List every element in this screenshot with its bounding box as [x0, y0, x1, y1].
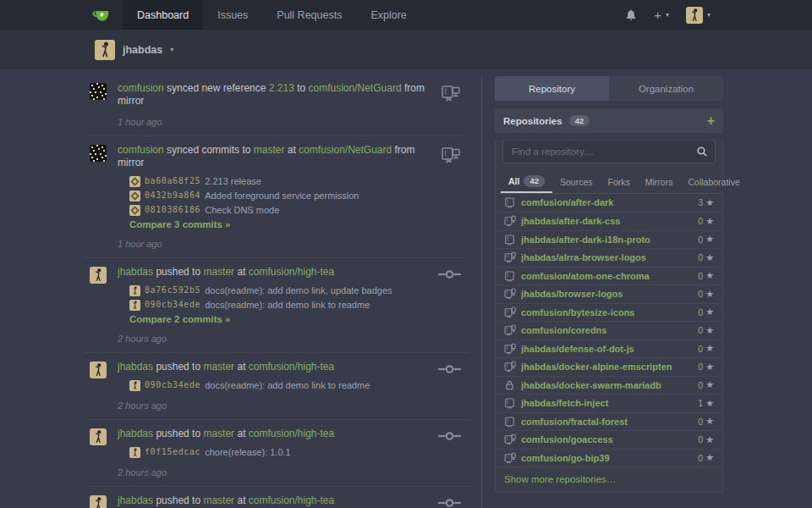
activity-link[interactable]: master — [203, 494, 234, 506]
activity-link[interactable]: jhabdas — [118, 266, 153, 278]
repo-name-link[interactable]: comfusion/atom-one-chroma — [521, 271, 698, 281]
nav-item-issues[interactable]: Issues — [203, 0, 262, 30]
repo-row[interactable]: jhabdas/after-dark-i18n-proto0★ — [496, 230, 722, 249]
repo-row[interactable]: comfusion/bytesize-icons0★ — [496, 303, 722, 322]
activity-link[interactable]: comfusion/NetGuard — [309, 82, 402, 94]
actor-avatar — [90, 495, 107, 508]
repo-name-link[interactable]: jhabdas/docker-alpine-emscripten — [521, 362, 698, 372]
activity-link[interactable]: comfusion/NetGuard — [299, 144, 392, 156]
repo-row[interactable]: jhabdas/browser-logos0★ — [496, 284, 722, 303]
activity-link[interactable]: comfusion/high-tea — [249, 428, 334, 439]
commit-line: 090cb34ededocs(readme): add demo link to… — [129, 299, 441, 311]
show-more-repositories-link[interactable]: Show more repositories… — [496, 467, 722, 492]
star-count: 0 — [698, 344, 703, 354]
repo-search — [502, 140, 716, 163]
activity-link[interactable]: master — [203, 428, 234, 439]
compare-commits-link[interactable]: Compare 3 commits » — [129, 219, 441, 229]
actor-avatar — [90, 362, 107, 378]
navbar-right: + ▾ ▾ — [625, 0, 710, 30]
filter-tab-collaborative[interactable]: Collaborative — [680, 172, 747, 193]
repo-star-count: 0★ — [698, 434, 714, 445]
create-new-menu[interactable]: + ▾ — [654, 8, 669, 21]
repo-row[interactable]: jhabdas/alrra-browser-logos0★ — [496, 248, 722, 267]
commit-sha-link[interactable]: 8a76c592b5 — [145, 284, 200, 296]
activity-link[interactable]: comfusion/high-tea — [249, 494, 334, 506]
repo-row[interactable]: comfusion/fractal-forest0★ — [496, 412, 722, 431]
compare-commits-link[interactable]: Compare 2 commits » — [129, 314, 441, 324]
repo-name-link[interactable]: comfusion/coredns — [521, 325, 698, 335]
repo-name-link[interactable]: comfusion/after-dark — [521, 197, 698, 207]
context-switcher[interactable]: jhabdas ▾ — [0, 30, 812, 69]
repo-row[interactable]: comfusion/coredns0★ — [496, 321, 722, 340]
commit-message: docs(readme): add demo link to readme — [205, 299, 370, 311]
commit-author-avatar — [129, 447, 140, 458]
repo-search-input[interactable] — [502, 140, 716, 163]
clone-icon — [504, 452, 516, 464]
activity-link[interactable]: 2.213 — [269, 82, 294, 94]
repo-name-link[interactable]: jhabdas/alrra-browser-logos — [521, 252, 698, 262]
repo-star-count: 1★ — [698, 398, 714, 409]
star-count: 0 — [698, 271, 703, 281]
commit-sha-link[interactable]: 090cb34ede — [145, 379, 200, 391]
repo-name-link[interactable]: comfusion/bytesize-icons — [521, 307, 698, 318]
tab-repository[interactable]: Repository — [495, 76, 609, 101]
user-menu[interactable]: ▾ — [686, 7, 710, 24]
star-icon: ★ — [705, 306, 714, 318]
commit-sha-link[interactable]: 090cb34ede — [145, 299, 200, 311]
repo-row[interactable]: jhabdas/docker-alpine-emscripten0★ — [496, 357, 722, 376]
commit-sha-link[interactable]: 0432b9a864 — [145, 190, 200, 202]
activity-link[interactable]: master — [203, 361, 234, 373]
repo-star-count: 0★ — [698, 452, 714, 463]
repo-row[interactable]: jhabdas/docker-swarm-mariadb0★ — [496, 376, 722, 395]
repo-name-link[interactable]: jhabdas/after-dark-i18n-proto — [521, 235, 698, 245]
activity-link[interactable]: comfusion/high-tea — [249, 361, 334, 373]
repo-name-link[interactable]: jhabdas/browser-logos — [521, 289, 698, 299]
repo-name-link[interactable]: jhabdas/docker-swarm-mariadb — [521, 380, 698, 390]
filter-tab-all[interactable]: All42 — [501, 170, 552, 193]
activity-text: pushed to — [153, 266, 203, 278]
gitea-logo-icon[interactable] — [91, 0, 111, 30]
repo-name-link[interactable]: jhabdas/fetch-inject — [521, 398, 698, 408]
activity-link[interactable]: jhabdas — [118, 361, 153, 373]
repo-row[interactable]: comfusion/atom-one-chroma0★ — [496, 267, 722, 285]
activity-title: comfusion synced new reference 2.213 to … — [118, 82, 441, 108]
commit-sha-link[interactable]: f0f15edcac — [145, 446, 200, 458]
activity-link[interactable]: master — [254, 144, 285, 156]
notifications-bell-icon[interactable] — [625, 8, 637, 21]
feed-item-body: jhabdas pushed to master at comfusion/hi… — [118, 266, 441, 344]
repo-row[interactable]: comfusion/go-bip390★ — [496, 449, 722, 467]
activity-link[interactable]: jhabdas — [118, 494, 153, 506]
repo-star-count: 0★ — [698, 216, 714, 227]
filter-tab-sources[interactable]: Sources — [552, 172, 601, 193]
star-count: 0 — [698, 325, 703, 335]
filter-tab-mirrors[interactable]: Mirrors — [638, 172, 681, 193]
clone-icon — [504, 324, 516, 336]
new-repository-button[interactable]: + — [707, 114, 715, 128]
repo-name-link[interactable]: jhabdas/defense-of-dot-js — [521, 344, 698, 354]
main-content: comfusion synced new reference 2.213 to … — [0, 69, 812, 508]
commit-sha-link[interactable]: 0810386186 — [145, 204, 200, 216]
repo-name-link[interactable]: comfusion/goaccess — [521, 434, 698, 444]
commit-sha-link[interactable]: ba60a68f25 — [145, 175, 200, 187]
activity-link[interactable]: comfusion — [118, 82, 164, 94]
nav-item-explore[interactable]: Explore — [356, 0, 420, 30]
repo-row[interactable]: jhabdas/fetch-inject1★ — [496, 394, 722, 412]
nav-item-pull-requests[interactable]: Pull Requests — [262, 0, 356, 30]
repo-row[interactable]: comfusion/goaccess0★ — [496, 430, 722, 449]
repo-row[interactable]: comfusion/after-dark3★ — [496, 194, 722, 213]
repo-row[interactable]: jhabdas/defense-of-dot-js0★ — [496, 340, 722, 358]
tab-organization[interactable]: Organization — [609, 76, 723, 101]
gitea-dashboard-page: DashboardIssuesPull RequestsExplore + ▾ … — [0, 0, 812, 508]
activity-link[interactable]: comfusion — [118, 144, 164, 156]
activity-link[interactable]: comfusion/high-tea — [249, 266, 334, 278]
repo-row[interactable]: jhabdas/after-dark-css0★ — [496, 212, 722, 230]
nav-item-dashboard[interactable]: Dashboard — [123, 0, 203, 30]
activity-link[interactable]: master — [203, 266, 234, 278]
repo-name-link[interactable]: comfusion/go-bip39 — [521, 453, 698, 463]
search-icon[interactable] — [696, 146, 708, 157]
top-navbar: DashboardIssuesPull RequestsExplore + ▾ … — [0, 0, 812, 30]
activity-link[interactable]: jhabdas — [118, 428, 153, 439]
repo-name-link[interactable]: jhabdas/after-dark-css — [521, 216, 698, 226]
filter-tab-forks[interactable]: Forks — [601, 172, 638, 193]
repo-name-link[interactable]: comfusion/fractal-forest — [521, 417, 698, 427]
